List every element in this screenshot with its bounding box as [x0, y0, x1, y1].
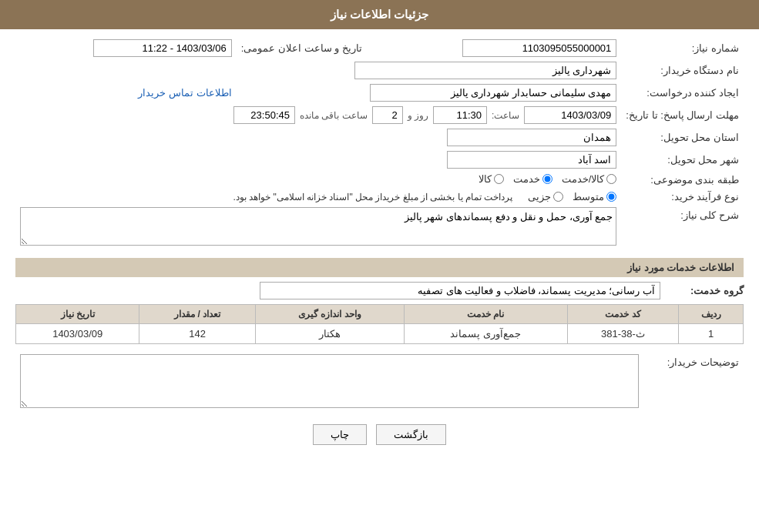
action-buttons: بازگشت چاپ — [15, 424, 744, 445]
col-code: کد خدمت — [567, 305, 678, 324]
description-label: شرح کلی نیاز: — [621, 205, 744, 250]
process-label: نوع فرآیند خرید: — [621, 189, 744, 205]
category-option-khedmat[interactable]: خدمت — [513, 173, 552, 185]
creator-input[interactable] — [370, 84, 616, 102]
creator-cell — [237, 82, 622, 104]
province-input[interactable] — [447, 129, 616, 146]
buyer-note-label: توضیحات خریدار: — [643, 352, 744, 413]
col-name: نام خدمت — [404, 305, 567, 324]
col-date: تاریخ نیاز — [16, 305, 139, 324]
buyer-note-textarea[interactable] — [20, 354, 639, 408]
deadline-date-input[interactable] — [524, 106, 616, 124]
cell-unit: هکتار — [255, 324, 404, 344]
announce-label: تاریخ و ساعت اعلان عمومی: — [237, 37, 378, 59]
cell-name: جمع‌آوری پسماند — [404, 324, 567, 344]
category-radio-kala-khedmat[interactable] — [606, 174, 616, 184]
buyer-org-label: نام دستگاه خریدار: — [621, 59, 744, 82]
cell-code: ث-38-381 — [567, 324, 678, 344]
service-group-row: گروه خدمت: — [15, 282, 744, 299]
city-label: شهر محل تحویل: — [621, 149, 744, 171]
cell-quantity: 142 — [139, 324, 255, 344]
category-radio-kala[interactable] — [494, 174, 504, 184]
back-button[interactable]: بازگشت — [376, 424, 446, 445]
category-radio-group: کالا/خدمت خدمت کالا — [479, 173, 617, 185]
buyer-org-input[interactable] — [354, 62, 616, 79]
process-option-jozi[interactable]: جزیی — [528, 191, 563, 202]
description-cell — [15, 205, 621, 250]
page-title: جزئیات اطلاعات نیاز — [331, 8, 428, 21]
city-cell — [15, 149, 621, 171]
process-radio-motevaset[interactable] — [606, 192, 616, 202]
category-option-kala[interactable]: کالا — [479, 173, 504, 185]
creator-label: ایجاد کننده درخواست: — [621, 82, 744, 104]
days-label: روز و — [408, 110, 428, 121]
deadline-time-input[interactable] — [433, 106, 487, 124]
col-row: ردیف — [679, 305, 744, 324]
remaining-label: ساعت باقی مانده — [300, 110, 368, 121]
need-number-input[interactable] — [462, 39, 616, 57]
contact-link[interactable]: اطلاعات تماس خریدار — [138, 87, 231, 99]
process-note: پرداخت تمام یا بخشی از مبلغ خریداز محل "… — [233, 192, 512, 202]
service-section-title: اطلاعات خدمات مورد نیاز — [15, 258, 744, 277]
service-group-input[interactable] — [260, 282, 660, 299]
buyer-note-cell — [15, 352, 643, 413]
announce-input[interactable] — [93, 39, 232, 57]
process-cell: متوسط جزیی پرداخت تمام یا بخشی از مبلغ خ… — [15, 189, 621, 205]
table-row: 1ث-38-381جمع‌آوری پسماندهکتار1421403/03/… — [16, 324, 744, 344]
category-label: طبقه بندی موضوعی: — [621, 171, 744, 189]
main-info-table: شماره نیاز: تاریخ و ساعت اعلان عمومی: نا… — [15, 37, 744, 250]
description-textarea[interactable] — [20, 207, 616, 246]
category-option-kala-khedmat[interactable]: کالا/خدمت — [562, 173, 617, 185]
remaining-time-input[interactable] — [233, 106, 295, 124]
page-header: جزئیات اطلاعات نیاز — [0, 0, 759, 29]
category-cell: کالا/خدمت خدمت کالا — [15, 171, 621, 189]
city-input[interactable] — [447, 151, 616, 169]
province-cell — [15, 126, 621, 149]
province-label: استان محل تحویل: — [621, 126, 744, 149]
process-option-motevaset[interactable]: متوسط — [573, 191, 616, 202]
buyer-note-table: توضیحات خریدار: — [15, 352, 744, 413]
buyer-org-cell — [15, 59, 621, 82]
services-table: ردیف کد خدمت نام خدمت واحد اندازه گیری ت… — [15, 304, 744, 344]
process-radio-group: متوسط جزیی — [528, 191, 616, 202]
category-radio-khedmat[interactable] — [542, 174, 552, 184]
col-unit: واحد اندازه گیری — [255, 305, 404, 324]
deadline-row-cell: ساعت: روز و ساعت باقی مانده — [15, 104, 621, 126]
time-label: ساعت: — [492, 110, 519, 121]
need-number-label: شماره نیاز: — [621, 37, 744, 59]
deadline-label: مهلت ارسال پاسخ: تا تاریخ: — [621, 104, 744, 126]
deadline-days-input[interactable] — [372, 106, 403, 124]
process-radio-jozi[interactable] — [553, 192, 563, 202]
announce-cell — [15, 37, 237, 59]
cell-row: 1 — [679, 324, 744, 344]
service-group-label: گروه خدمت: — [667, 285, 744, 296]
need-number-cell — [378, 37, 622, 59]
cell-date: 1403/03/09 — [16, 324, 139, 344]
col-qty: تعداد / مقدار — [139, 305, 255, 324]
print-button[interactable]: چاپ — [313, 424, 367, 445]
